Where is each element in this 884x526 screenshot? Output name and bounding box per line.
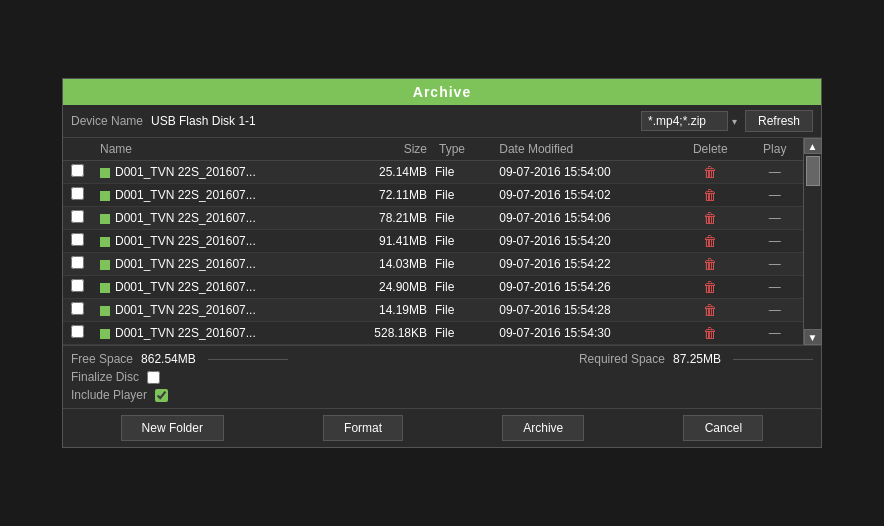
row-checkbox[interactable]	[71, 233, 84, 246]
row-checkbox[interactable]	[71, 210, 84, 223]
row-date: 09-07-2016 15:54:02	[491, 184, 674, 207]
row-play-button[interactable]: —	[747, 299, 803, 322]
archive-button[interactable]: Archive	[502, 415, 584, 441]
filter-wrapper: *.mp4;*.zip ▾	[641, 111, 737, 131]
row-checkbox[interactable]	[71, 187, 84, 200]
col-header-check	[63, 138, 92, 161]
filter-select[interactable]: *.mp4;*.zip	[641, 111, 728, 131]
row-size: 91.41MB	[338, 230, 431, 253]
finalize-disc-checkbox[interactable]	[147, 371, 160, 384]
row-name: D001_TVN 22S_201607...	[92, 184, 338, 207]
scroll-thumb[interactable]	[806, 156, 820, 186]
file-icon	[100, 237, 110, 247]
free-space-line	[208, 359, 288, 360]
window-title: Archive	[413, 84, 471, 100]
archive-window: Archive Device Name USB Flash Disk 1-1 *…	[62, 78, 822, 448]
row-checkbox-cell	[63, 322, 92, 345]
row-date: 09-07-2016 15:54:20	[491, 230, 674, 253]
delete-icon[interactable]: 🗑	[703, 256, 717, 272]
free-space-label: Free Space	[71, 352, 133, 366]
row-type: File	[431, 207, 491, 230]
row-delete-button[interactable]: 🗑	[674, 276, 747, 299]
file-table-scroll: Name Size Type Date Modified Delete Play…	[63, 138, 803, 345]
row-checkbox-cell	[63, 276, 92, 299]
row-size: 72.11MB	[338, 184, 431, 207]
row-checkbox-cell	[63, 184, 92, 207]
free-space-value: 862.54MB	[141, 352, 196, 366]
row-date: 09-07-2016 15:54:28	[491, 299, 674, 322]
row-date: 09-07-2016 15:54:22	[491, 253, 674, 276]
row-play-button[interactable]: —	[747, 276, 803, 299]
required-space-label: Required Space	[579, 352, 665, 366]
table-row: D001_TVN 22S_201607...14.19MBFile09-07-2…	[63, 299, 803, 322]
row-checkbox[interactable]	[71, 279, 84, 292]
row-name: D001_TVN 22S_201607...	[92, 207, 338, 230]
row-checkbox-cell	[63, 230, 92, 253]
row-checkbox-cell	[63, 207, 92, 230]
delete-icon[interactable]: 🗑	[703, 210, 717, 226]
include-player-label: Include Player	[71, 388, 147, 402]
row-play-button[interactable]: —	[747, 184, 803, 207]
row-size: 14.19MB	[338, 299, 431, 322]
row-checkbox[interactable]	[71, 256, 84, 269]
new-folder-button[interactable]: New Folder	[121, 415, 224, 441]
table-row: D001_TVN 22S_201607...72.11MBFile09-07-2…	[63, 184, 803, 207]
req-space-line	[733, 359, 813, 360]
cancel-button[interactable]: Cancel	[683, 415, 763, 441]
delete-icon[interactable]: 🗑	[703, 164, 717, 180]
row-delete-button[interactable]: 🗑	[674, 253, 747, 276]
row-checkbox[interactable]	[71, 325, 84, 338]
delete-icon[interactable]: 🗑	[703, 325, 717, 341]
table-row: D001_TVN 22S_201607...25.14MBFile09-07-2…	[63, 161, 803, 184]
col-header-date: Date Modified	[491, 138, 674, 161]
row-play-button[interactable]: —	[747, 207, 803, 230]
scroll-down-button[interactable]: ▼	[804, 329, 822, 345]
row-type: File	[431, 161, 491, 184]
delete-icon[interactable]: 🗑	[703, 233, 717, 249]
scroll-track	[804, 154, 821, 329]
include-player-checkbox[interactable]	[155, 389, 168, 402]
row-name: D001_TVN 22S_201607...	[92, 253, 338, 276]
delete-icon[interactable]: 🗑	[703, 187, 717, 203]
row-delete-button[interactable]: 🗑	[674, 161, 747, 184]
row-name: D001_TVN 22S_201607...	[92, 230, 338, 253]
row-checkbox[interactable]	[71, 302, 84, 315]
row-date: 09-07-2016 15:54:06	[491, 207, 674, 230]
finalize-disc-label: Finalize Disc	[71, 370, 139, 384]
row-delete-button[interactable]: 🗑	[674, 299, 747, 322]
row-name: D001_TVN 22S_201607...	[92, 299, 338, 322]
row-delete-button[interactable]: 🗑	[674, 184, 747, 207]
row-delete-button[interactable]: 🗑	[674, 207, 747, 230]
table-row: D001_TVN 22S_201607...24.90MBFile09-07-2…	[63, 276, 803, 299]
table-row: D001_TVN 22S_201607...78.21MBFile09-07-2…	[63, 207, 803, 230]
scroll-up-button[interactable]: ▲	[804, 138, 822, 154]
row-play-button[interactable]: —	[747, 322, 803, 345]
col-header-size: Size	[338, 138, 431, 161]
delete-icon[interactable]: 🗑	[703, 279, 717, 295]
file-icon	[100, 168, 110, 178]
file-icon	[100, 283, 110, 293]
row-play-button[interactable]: —	[747, 253, 803, 276]
row-date: 09-07-2016 15:54:26	[491, 276, 674, 299]
footer-row-spaces: Free Space 862.54MB Required Space 87.25…	[71, 350, 813, 368]
footer-row-player: Include Player	[71, 386, 813, 404]
device-value: USB Flash Disk 1-1	[151, 114, 633, 128]
footer-row-finalize: Finalize Disc	[71, 368, 813, 386]
action-bar: New Folder Format Archive Cancel	[63, 408, 821, 447]
format-button[interactable]: Format	[323, 415, 403, 441]
row-size: 528.18KB	[338, 322, 431, 345]
refresh-button[interactable]: Refresh	[745, 110, 813, 132]
device-label: Device Name	[71, 114, 143, 128]
row-name: D001_TVN 22S_201607...	[92, 161, 338, 184]
filter-arrow-icon: ▾	[732, 116, 737, 127]
row-play-button[interactable]: —	[747, 161, 803, 184]
row-delete-button[interactable]: 🗑	[674, 322, 747, 345]
delete-icon[interactable]: 🗑	[703, 302, 717, 318]
row-date: 09-07-2016 15:54:00	[491, 161, 674, 184]
row-type: File	[431, 230, 491, 253]
row-play-button[interactable]: —	[747, 230, 803, 253]
required-space-value: 87.25MB	[673, 352, 721, 366]
row-delete-button[interactable]: 🗑	[674, 230, 747, 253]
row-checkbox[interactable]	[71, 164, 84, 177]
row-type: File	[431, 299, 491, 322]
